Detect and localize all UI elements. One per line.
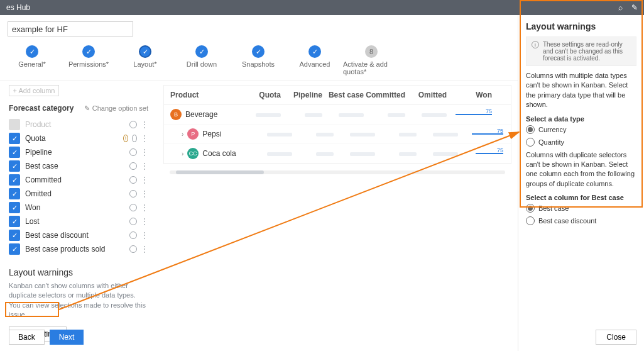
checkbox[interactable]: ✓ [9,133,20,144]
forecast-item[interactable]: Product⋮ [9,118,148,131]
back-button[interactable]: Back [9,330,45,345]
more-icon[interactable]: ⋮ [141,245,148,253]
step-advanced[interactable]: ✓Advanced [287,45,343,68]
scrollbar-thumb[interactable] [176,170,264,174]
more-icon[interactable]: ⋮ [141,190,148,198]
checkbox[interactable]: ✓ [9,243,20,255]
step-drilldown[interactable]: ✓Drill down [173,45,230,68]
checkbox[interactable]: ✓ [9,147,20,158]
forecast-item[interactable]: ✓Omitted⋮ [9,187,148,201]
gear-icon[interactable] [129,218,137,225]
step-snapshots[interactable]: ✓Snapshots [230,45,287,68]
forecast-item[interactable]: ✓Pipeline⋮ [9,145,148,159]
topbar-icons: ⌕ ✎ [618,3,638,12]
step-activate[interactable]: 8Activate & add quotas* [343,45,400,75]
placeholder-bar [399,133,417,136]
radio-bestcase-discount[interactable]: Best case discount [526,216,636,225]
more-icon[interactable]: ⋮ [141,231,148,239]
forecast-name-input[interactable] [8,21,133,36]
checkbox[interactable]: ✓ [9,174,20,186]
placeholder-bar [399,152,417,156]
config-area: ✓General* ✓Permissions* ✓Layout* ✓Drill … [0,15,518,351]
panel-desc-2: Columns with duplicate selectors can't b… [526,150,636,189]
forecast-item-label: Committed [25,176,123,184]
more-icon[interactable]: ⋮ [141,121,148,128]
won-bar [472,133,503,135]
radio-bestcase[interactable]: Best case [526,204,636,213]
avatar: P [187,128,199,140]
gear-icon[interactable] [129,162,137,170]
info-icon: i [532,41,539,48]
layout-warnings-panel: Layout warnings i These settings are rea… [518,15,644,351]
forecast-item-label: Won [25,203,123,212]
more-icon[interactable]: ⋮ [141,135,148,142]
forecast-item[interactable]: ✓Best case discount⋮ [9,228,148,242]
more-icon[interactable]: ⋮ [141,148,148,156]
close-button[interactable]: Close [596,330,636,345]
more-icon[interactable]: ⋮ [141,162,148,170]
table-row[interactable]: ›PPepsi75 [164,125,511,144]
next-button[interactable]: Next [50,330,84,345]
step-layout[interactable]: ✓Layout* [117,45,173,68]
step-label: General* [18,60,45,68]
step-general[interactable]: ✓General* [4,45,60,68]
table-row[interactable]: BBeverage75 [164,105,511,125]
add-column-button[interactable]: + Add column [9,85,59,96]
avatar: CC [187,148,199,159]
gear-icon[interactable] [129,245,137,253]
chevron-right-icon[interactable]: › [182,131,183,138]
checkbox[interactable]: ✓ [9,230,20,241]
placeholder-bar [433,152,458,156]
product-name: Coca cola [202,149,236,158]
more-icon[interactable]: ⋮ [141,176,148,184]
app-title: es Hub [6,3,618,12]
search-icon[interactable]: ⌕ [618,3,623,12]
placeholder-bar [422,113,447,117]
forecast-item[interactable]: ✓Lost⋮ [9,214,148,228]
select-column-bestcase-label: Select a column for Best case [526,194,636,201]
readonly-notice: i These settings are read-only and can't… [526,36,636,66]
gear-icon[interactable] [129,121,137,128]
forecast-item[interactable]: ✓Committed⋮ [9,173,148,187]
checkbox[interactable]: ✓ [9,216,20,227]
forecast-item[interactable]: ✓Best case products sold⋮ [9,242,148,256]
placeholder-bar [256,113,281,117]
forecast-item-label: Best case products sold [25,245,123,254]
checkbox[interactable]: ✓ [9,202,20,213]
radio-currency[interactable]: Currency [526,125,636,134]
checkbox[interactable]: ✓ [9,188,20,199]
gear-icon[interactable] [129,190,137,198]
radio-quantity[interactable]: Quantity [526,138,636,147]
edit-icon[interactable]: ✎ [631,3,638,12]
gear-icon[interactable] [129,204,137,211]
step-permissions[interactable]: ✓Permissions* [60,45,117,68]
placeholder-bar [316,152,334,156]
layout-warnings-heading: Layout warnings [9,267,148,277]
checkbox[interactable]: ✓ [9,160,20,172]
forecast-item[interactable]: ✓Won⋮ [9,201,148,214]
gear-icon[interactable] [129,231,137,239]
checkbox[interactable] [9,119,20,130]
forecast-item[interactable]: ✓Quota!⋮ [9,131,148,145]
column-header: Quota [239,91,281,99]
forecast-item[interactable]: ✓Best case⋮ [9,159,148,173]
gear-icon[interactable] [129,176,137,184]
change-option-set-button[interactable]: ✎Change option set [84,104,148,113]
more-icon[interactable]: ⋮ [141,218,148,225]
step-label: Advanced [300,60,330,68]
info-icon: ! [123,135,128,142]
placeholder-bar [433,133,458,136]
gear-icon[interactable] [132,135,137,142]
chevron-right-icon[interactable]: › [182,150,183,157]
forecast-item-label: Lost [25,217,123,226]
more-icon[interactable]: ⋮ [141,204,148,211]
column-header: Omitted [405,91,447,99]
placeholder-bar [350,152,375,156]
product-name: Pepsi [202,130,221,138]
table-row[interactable]: ›CCCoca cola75 [164,144,511,164]
preview-scrollbar[interactable] [170,170,505,174]
gear-icon[interactable] [129,148,137,156]
forecast-item-label: Best case discount [25,231,123,240]
step-label: Drill down [187,60,217,68]
avatar: B [170,109,182,120]
